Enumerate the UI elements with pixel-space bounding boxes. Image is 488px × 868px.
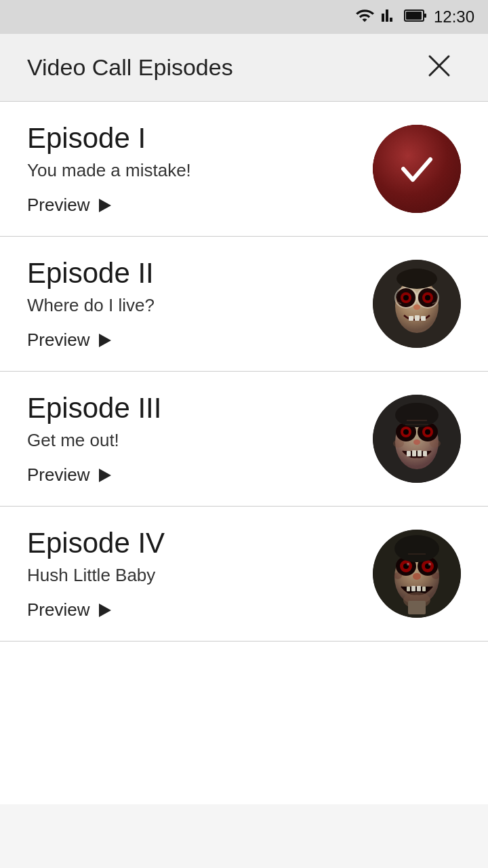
- svg-point-55: [428, 563, 431, 566]
- episode-3-preview-label: Preview: [27, 465, 89, 486]
- episode-4-preview-button[interactable]: Preview: [27, 599, 111, 620]
- svg-point-36: [413, 439, 420, 445]
- episode-2-content: Episode II Where do I live? Preview: [27, 257, 359, 351]
- svg-point-54: [407, 563, 409, 566]
- episode-1-thumbnail[interactable]: [373, 125, 461, 213]
- episode-4-thumbnail[interactable]: [373, 530, 461, 618]
- svg-point-42: [393, 439, 404, 448]
- episode-item-1: Episode I You made a mistake! Preview: [0, 102, 488, 237]
- episode-4-title: Episode IV: [27, 527, 359, 559]
- episode-3-play-icon: [99, 469, 111, 482]
- episode-item-4: Episode IV Hush Little Baby Preview: [0, 507, 488, 642]
- episode-2-title: Episode II: [27, 257, 359, 290]
- svg-point-21: [413, 304, 420, 310]
- svg-rect-63: [408, 601, 426, 614]
- svg-point-25: [396, 269, 437, 289]
- svg-point-17: [403, 295, 409, 300]
- episode-4-subtitle: Hush Little Baby: [27, 565, 359, 586]
- svg-point-66: [432, 572, 440, 579]
- bottom-spacer: [0, 642, 488, 804]
- episode-1-subtitle: You made a mistake!: [27, 160, 359, 181]
- svg-rect-57: [407, 587, 410, 591]
- svg-rect-1: [424, 14, 426, 18]
- episode-3-title: Episode III: [27, 392, 359, 425]
- close-button[interactable]: [418, 44, 461, 92]
- episode-3-preview-button[interactable]: Preview: [27, 465, 111, 486]
- status-icons: 12:30: [355, 6, 474, 28]
- header: Video Call Episodes: [0, 34, 488, 102]
- svg-rect-59: [417, 586, 421, 591]
- svg-rect-60: [422, 587, 426, 591]
- episode-1-content: Episode I You made a mistake! Preview: [27, 122, 359, 216]
- episode-2-preview-button[interactable]: Preview: [27, 330, 111, 351]
- svg-rect-37: [407, 451, 411, 456]
- status-time: 12:30: [434, 7, 474, 26]
- svg-point-56: [413, 573, 421, 580]
- episode-3-content: Episode III Get me out! Preview: [27, 392, 359, 486]
- episode-item-2: Episode II Where do I live? Preview: [0, 237, 488, 372]
- episode-list: Episode I You made a mistake! Preview: [0, 102, 488, 642]
- svg-point-34: [403, 429, 409, 435]
- episode-1-play-icon: [99, 199, 111, 212]
- status-bar: 12:30: [0, 0, 488, 34]
- episode-3-thumbnail[interactable]: [373, 395, 461, 483]
- battery-icon: [404, 8, 427, 26]
- svg-point-43: [430, 439, 441, 448]
- episode-3-subtitle: Get me out!: [27, 430, 359, 451]
- svg-rect-40: [423, 451, 427, 456]
- episode-item-3: Episode III Get me out! Preview: [0, 372, 488, 507]
- episode-1-title: Episode I: [27, 122, 359, 155]
- episode-4-play-icon: [99, 604, 111, 617]
- page-title: Video Call Episodes: [27, 54, 233, 81]
- svg-rect-23: [415, 315, 420, 321]
- svg-point-65: [394, 572, 402, 579]
- episode-2-thumbnail[interactable]: [373, 260, 461, 348]
- svg-point-35: [425, 429, 430, 435]
- svg-rect-38: [412, 450, 416, 456]
- svg-point-41: [395, 403, 439, 427]
- episode-1-selected-check: [373, 125, 461, 213]
- svg-rect-2: [406, 12, 422, 20]
- episode-1-preview-button[interactable]: Preview: [27, 195, 111, 216]
- episode-1-preview-label: Preview: [27, 195, 89, 216]
- svg-rect-24: [421, 316, 426, 321]
- episode-2-subtitle: Where do I live?: [27, 295, 359, 316]
- episode-4-content: Episode IV Hush Little Baby Preview: [27, 527, 359, 620]
- signal-icon: [381, 6, 397, 28]
- svg-point-18: [425, 295, 430, 300]
- svg-point-61: [394, 535, 439, 562]
- svg-rect-39: [418, 450, 422, 456]
- episode-2-play-icon: [99, 334, 111, 347]
- svg-rect-22: [409, 316, 413, 321]
- svg-rect-58: [411, 586, 415, 591]
- wifi-icon: [355, 6, 374, 28]
- episode-2-preview-label: Preview: [27, 330, 89, 351]
- episode-4-preview-label: Preview: [27, 599, 89, 620]
